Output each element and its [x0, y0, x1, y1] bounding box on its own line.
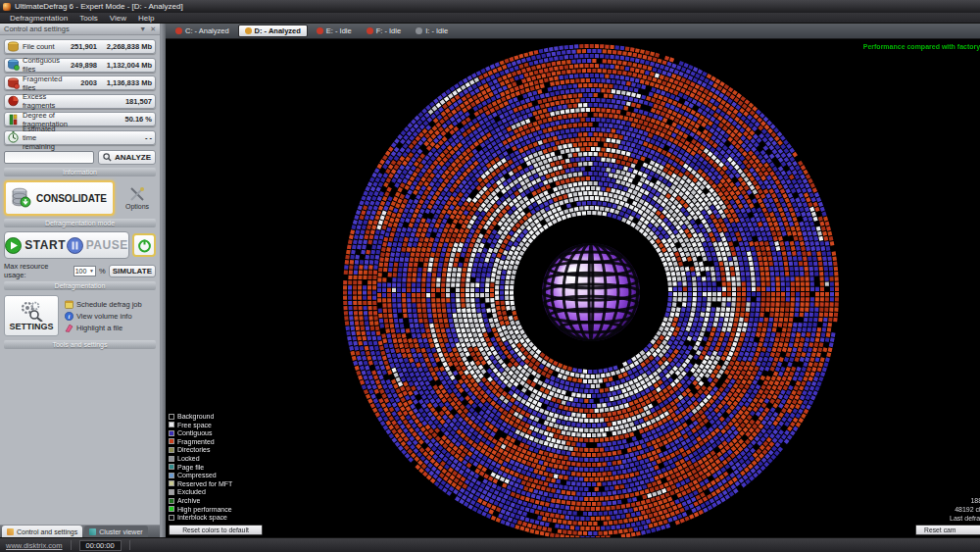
analyze-button[interactable]: ANALYZE [98, 150, 156, 165]
simulate-button[interactable]: SIMULATE [109, 265, 156, 277]
file-count-disk-icon [7, 41, 20, 53]
start-play-icon [5, 237, 22, 254]
menu-tools[interactable]: Tools [79, 14, 98, 23]
time-remaining-value: - - [97, 133, 152, 142]
drive-c-icon [175, 27, 182, 34]
contiguous-files-value: 249,898 [64, 61, 97, 70]
legend-swatch-locked [169, 456, 174, 462]
options-button[interactable]: Options [119, 180, 156, 216]
power-icon [137, 238, 152, 253]
information-section: File count 251,901 2,268,838 Mb Contiguo… [0, 35, 160, 149]
contiguous-files-label: Contiguous files [23, 56, 64, 74]
chevron-down-icon: ▼ [89, 268, 94, 274]
contiguous-disk-icon [7, 59, 20, 71]
menu-help[interactable]: Help [138, 14, 154, 23]
elapsed-timer: 00:00:00 [79, 540, 122, 551]
magnifier-icon [103, 153, 112, 162]
block-legend: Background Free space Contiguous Fragmen… [169, 412, 232, 522]
file-count-row[interactable]: File count 251,901 2,268,838 Mb [4, 39, 156, 54]
highlight-file-link[interactable]: Highlight a file [65, 324, 142, 332]
legend-swatch-fragmented [169, 438, 174, 444]
menu-defragmentation[interactable]: Defragmentation [10, 14, 68, 23]
section-information: Information [4, 168, 156, 176]
menu-view[interactable]: View [110, 14, 126, 23]
window-title: UltimateDefrag 6 - Expert Mode - [D: - A… [15, 2, 183, 11]
pause-button[interactable]: PAUSE [67, 237, 128, 254]
legend-swatch-background [169, 414, 174, 420]
start-button[interactable]: START [5, 237, 66, 254]
disk-map-canvas[interactable] [166, 39, 980, 537]
schedule-icon [65, 300, 74, 309]
fragmented-files-row[interactable]: Fragmented files 2003 1,136,833 Mb [4, 75, 156, 90]
tab-control-and-settings[interactable]: Control and settings [2, 526, 82, 537]
fragmentation-gauge-icon [7, 114, 20, 125]
panel-collapse-icon[interactable]: ▼ [139, 25, 146, 32]
settings-button[interactable]: SETTINGS [4, 295, 59, 336]
contiguous-files-row[interactable]: Contiguous files 249,898 1,132,004 Mb [4, 58, 156, 73]
app-window: UltimateDefrag 6 - Expert Mode - [D: - A… [0, 0, 980, 552]
cluster-info-readout: 188.2 48192 clus Last defragg [950, 496, 980, 523]
legend-swatch-interblock [169, 515, 174, 521]
tab-cluster-viewer[interactable]: Cluster viewer [84, 526, 147, 537]
legend-swatch-excluded [169, 489, 174, 495]
cluster-tab-icon [89, 528, 96, 535]
resource-usage-select[interactable]: 100 ▼ [74, 266, 96, 276]
excess-fragments-value: 181,507 [97, 97, 152, 106]
file-count-value: 251,901 [64, 42, 97, 51]
title-bar: UltimateDefrag 6 - Expert Mode - [D: - A… [0, 0, 980, 13]
resource-row: Max resource usage: 100 ▼ % SIMULATE [0, 259, 160, 280]
legend-swatch-mft [169, 480, 174, 486]
pause-label: PAUSE [86, 238, 128, 252]
analyze-row: ANALYZE [0, 149, 160, 167]
pause-icon [67, 237, 83, 254]
settings-gears-icon [19, 300, 44, 322]
disk-visualization[interactable]: Performance compared with factory a Back… [166, 39, 980, 537]
drive-tab-e[interactable]: E: - Idle [311, 25, 358, 37]
panel-title: Control and settings [4, 25, 135, 33]
drive-tab-f[interactable]: F: - Idle [361, 25, 407, 37]
consolidate-button[interactable]: CONSOLIDATE [4, 180, 115, 216]
file-count-size: 2,268,838 Mb [97, 42, 152, 51]
control-tab-icon [7, 528, 14, 535]
degree-fragmentation-value: 50.16 % [99, 115, 152, 124]
panel-bottom-tabs: Control and settings Cluster viewer [0, 525, 160, 537]
fragmented-files-size: 1,136,833 Mb [97, 78, 152, 87]
legend-swatch-free-space [169, 422, 174, 427]
defrag-mode-section: CONSOLIDATE Options [0, 178, 160, 218]
consolidate-label: CONSOLIDATE [36, 193, 107, 204]
stop-power-button[interactable] [132, 233, 156, 257]
fragmented-files-label: Fragmented files [23, 75, 64, 92]
excess-fragments-label: Excess fragments [23, 92, 64, 110]
excess-fragments-row[interactable]: Excess fragments 181,507 [4, 94, 156, 109]
file-filter-input[interactable] [4, 151, 94, 164]
status-bar: www.disktrix.com 00:00:00 [0, 537, 980, 552]
time-remaining-label: Estimated time remaining [23, 125, 64, 151]
section-defrag-mode: Defragmentation mode [4, 219, 156, 227]
section-defragmentation: Defragmentation [4, 281, 156, 290]
consolidate-disk-stack-icon [12, 187, 31, 209]
legend-swatch-high-performance [169, 506, 174, 512]
drive-tab-d[interactable]: D: - Analyzed [238, 25, 308, 37]
drive-tab-i[interactable]: I: - Idle [410, 25, 454, 37]
reset-colors-button[interactable]: Reset colors to default [169, 525, 263, 535]
legend-swatch-archive [169, 498, 174, 504]
control-settings-panel: Control and settings ▼ ✕ File count 251,… [0, 24, 161, 537]
menu-bar: Defragmentation Tools View Help [0, 13, 980, 24]
svg-text:i: i [69, 312, 71, 319]
legend-swatch-contiguous [169, 430, 174, 436]
schedule-defrag-link[interactable]: Schedule defrag job [65, 300, 142, 309]
drive-d-icon [245, 27, 252, 34]
options-label: Options [125, 203, 149, 210]
contiguous-files-size: 1,132,004 Mb [97, 61, 152, 70]
settings-label: SETTINGS [9, 322, 53, 331]
fragmented-disk-icon [7, 77, 20, 89]
app-icon [3, 3, 11, 11]
reset-camera-button[interactable]: Reset cam [915, 525, 980, 535]
view-volume-info-link[interactable]: i View volume info [65, 312, 142, 321]
drive-tab-c[interactable]: C: - Analyzed [170, 25, 235, 37]
disktrix-link[interactable]: www.disktrix.com [6, 541, 63, 550]
legend-swatch-compressed [169, 473, 174, 478]
resource-label: Max resource usage: [4, 262, 71, 279]
panel-close-icon[interactable]: ✕ [150, 25, 156, 33]
time-remaining-row[interactable]: Estimated time remaining - - [4, 130, 156, 145]
